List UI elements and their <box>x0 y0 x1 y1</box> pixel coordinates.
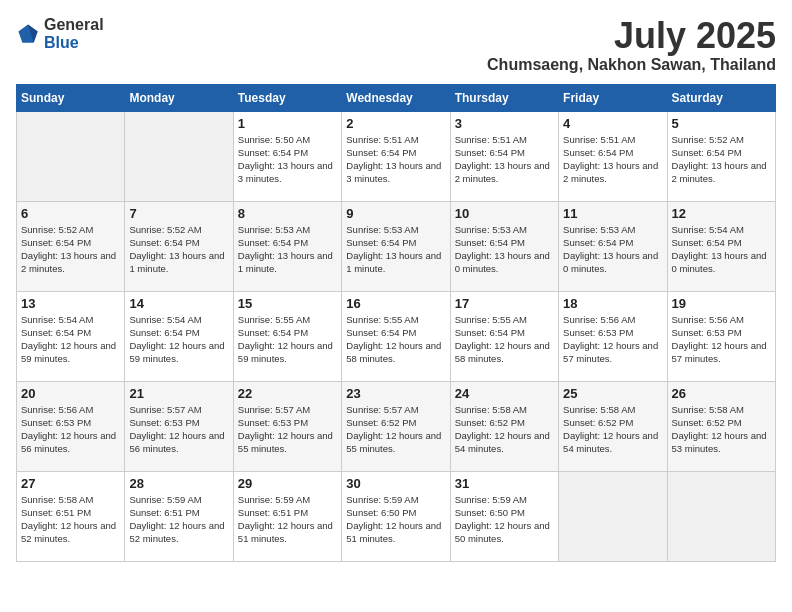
calendar-day-cell: 10Sunrise: 5:53 AM Sunset: 6:54 PM Dayli… <box>450 201 558 291</box>
day-info: Sunrise: 5:52 AM Sunset: 6:54 PM Dayligh… <box>129 223 228 276</box>
calendar-day-cell: 21Sunrise: 5:57 AM Sunset: 6:53 PM Dayli… <box>125 381 233 471</box>
month-title: July 2025 <box>487 16 776 56</box>
day-info: Sunrise: 5:57 AM Sunset: 6:53 PM Dayligh… <box>129 403 228 456</box>
calendar-day-cell: 18Sunrise: 5:56 AM Sunset: 6:53 PM Dayli… <box>559 291 667 381</box>
weekday-header-cell: Sunday <box>17 84 125 111</box>
day-number: 30 <box>346 476 445 491</box>
day-number: 19 <box>672 296 771 311</box>
logo-text-general: General <box>44 16 104 33</box>
day-info: Sunrise: 5:51 AM Sunset: 6:54 PM Dayligh… <box>346 133 445 186</box>
calendar-day-cell: 9Sunrise: 5:53 AM Sunset: 6:54 PM Daylig… <box>342 201 450 291</box>
calendar-day-cell <box>17 111 125 201</box>
day-info: Sunrise: 5:54 AM Sunset: 6:54 PM Dayligh… <box>21 313 120 366</box>
day-info: Sunrise: 5:53 AM Sunset: 6:54 PM Dayligh… <box>455 223 554 276</box>
calendar-day-cell: 20Sunrise: 5:56 AM Sunset: 6:53 PM Dayli… <box>17 381 125 471</box>
day-info: Sunrise: 5:52 AM Sunset: 6:54 PM Dayligh… <box>21 223 120 276</box>
day-number: 23 <box>346 386 445 401</box>
calendar-day-cell: 28Sunrise: 5:59 AM Sunset: 6:51 PM Dayli… <box>125 471 233 561</box>
day-number: 25 <box>563 386 662 401</box>
day-number: 28 <box>129 476 228 491</box>
day-number: 31 <box>455 476 554 491</box>
day-info: Sunrise: 5:55 AM Sunset: 6:54 PM Dayligh… <box>455 313 554 366</box>
day-info: Sunrise: 5:52 AM Sunset: 6:54 PM Dayligh… <box>672 133 771 186</box>
calendar-day-cell: 19Sunrise: 5:56 AM Sunset: 6:53 PM Dayli… <box>667 291 775 381</box>
day-number: 13 <box>21 296 120 311</box>
day-info: Sunrise: 5:58 AM Sunset: 6:52 PM Dayligh… <box>563 403 662 456</box>
day-number: 21 <box>129 386 228 401</box>
day-info: Sunrise: 5:51 AM Sunset: 6:54 PM Dayligh… <box>455 133 554 186</box>
day-number: 22 <box>238 386 337 401</box>
calendar-day-cell <box>667 471 775 561</box>
logo-text-blue: Blue <box>44 34 79 51</box>
calendar-day-cell <box>125 111 233 201</box>
day-number: 20 <box>21 386 120 401</box>
day-number: 29 <box>238 476 337 491</box>
day-info: Sunrise: 5:58 AM Sunset: 6:52 PM Dayligh… <box>455 403 554 456</box>
day-info: Sunrise: 5:57 AM Sunset: 6:53 PM Dayligh… <box>238 403 337 456</box>
day-number: 4 <box>563 116 662 131</box>
calendar-day-cell: 8Sunrise: 5:53 AM Sunset: 6:54 PM Daylig… <box>233 201 341 291</box>
weekday-header-cell: Tuesday <box>233 84 341 111</box>
day-info: Sunrise: 5:59 AM Sunset: 6:50 PM Dayligh… <box>455 493 554 546</box>
calendar-body: 1Sunrise: 5:50 AM Sunset: 6:54 PM Daylig… <box>17 111 776 561</box>
day-number: 18 <box>563 296 662 311</box>
calendar-day-cell: 2Sunrise: 5:51 AM Sunset: 6:54 PM Daylig… <box>342 111 450 201</box>
day-info: Sunrise: 5:58 AM Sunset: 6:52 PM Dayligh… <box>672 403 771 456</box>
day-info: Sunrise: 5:55 AM Sunset: 6:54 PM Dayligh… <box>346 313 445 366</box>
location-title: Chumsaeng, Nakhon Sawan, Thailand <box>487 56 776 74</box>
calendar-week-row: 6Sunrise: 5:52 AM Sunset: 6:54 PM Daylig… <box>17 201 776 291</box>
calendar-week-row: 1Sunrise: 5:50 AM Sunset: 6:54 PM Daylig… <box>17 111 776 201</box>
calendar-day-cell <box>559 471 667 561</box>
calendar-day-cell: 17Sunrise: 5:55 AM Sunset: 6:54 PM Dayli… <box>450 291 558 381</box>
calendar-table: SundayMondayTuesdayWednesdayThursdayFrid… <box>16 84 776 562</box>
calendar-day-cell: 25Sunrise: 5:58 AM Sunset: 6:52 PM Dayli… <box>559 381 667 471</box>
day-info: Sunrise: 5:59 AM Sunset: 6:50 PM Dayligh… <box>346 493 445 546</box>
day-number: 24 <box>455 386 554 401</box>
calendar-day-cell: 11Sunrise: 5:53 AM Sunset: 6:54 PM Dayli… <box>559 201 667 291</box>
weekday-header-cell: Monday <box>125 84 233 111</box>
day-info: Sunrise: 5:54 AM Sunset: 6:54 PM Dayligh… <box>672 223 771 276</box>
calendar-day-cell: 13Sunrise: 5:54 AM Sunset: 6:54 PM Dayli… <box>17 291 125 381</box>
day-number: 12 <box>672 206 771 221</box>
weekday-header-row: SundayMondayTuesdayWednesdayThursdayFrid… <box>17 84 776 111</box>
calendar-day-cell: 1Sunrise: 5:50 AM Sunset: 6:54 PM Daylig… <box>233 111 341 201</box>
weekday-header-cell: Wednesday <box>342 84 450 111</box>
calendar-day-cell: 29Sunrise: 5:59 AM Sunset: 6:51 PM Dayli… <box>233 471 341 561</box>
day-number: 27 <box>21 476 120 491</box>
day-info: Sunrise: 5:55 AM Sunset: 6:54 PM Dayligh… <box>238 313 337 366</box>
day-number: 9 <box>346 206 445 221</box>
day-number: 26 <box>672 386 771 401</box>
calendar-day-cell: 6Sunrise: 5:52 AM Sunset: 6:54 PM Daylig… <box>17 201 125 291</box>
calendar-day-cell: 30Sunrise: 5:59 AM Sunset: 6:50 PM Dayli… <box>342 471 450 561</box>
logo: General Blue <box>16 16 104 52</box>
day-number: 17 <box>455 296 554 311</box>
day-info: Sunrise: 5:50 AM Sunset: 6:54 PM Dayligh… <box>238 133 337 186</box>
calendar-week-row: 20Sunrise: 5:56 AM Sunset: 6:53 PM Dayli… <box>17 381 776 471</box>
day-number: 14 <box>129 296 228 311</box>
day-number: 5 <box>672 116 771 131</box>
day-info: Sunrise: 5:51 AM Sunset: 6:54 PM Dayligh… <box>563 133 662 186</box>
calendar-day-cell: 27Sunrise: 5:58 AM Sunset: 6:51 PM Dayli… <box>17 471 125 561</box>
day-number: 8 <box>238 206 337 221</box>
day-info: Sunrise: 5:56 AM Sunset: 6:53 PM Dayligh… <box>21 403 120 456</box>
day-info: Sunrise: 5:57 AM Sunset: 6:52 PM Dayligh… <box>346 403 445 456</box>
day-info: Sunrise: 5:53 AM Sunset: 6:54 PM Dayligh… <box>346 223 445 276</box>
day-info: Sunrise: 5:59 AM Sunset: 6:51 PM Dayligh… <box>238 493 337 546</box>
calendar-day-cell: 26Sunrise: 5:58 AM Sunset: 6:52 PM Dayli… <box>667 381 775 471</box>
page-header: General Blue July 2025 Chumsaeng, Nakhon… <box>16 16 776 74</box>
calendar-day-cell: 31Sunrise: 5:59 AM Sunset: 6:50 PM Dayli… <box>450 471 558 561</box>
day-info: Sunrise: 5:53 AM Sunset: 6:54 PM Dayligh… <box>238 223 337 276</box>
calendar-day-cell: 24Sunrise: 5:58 AM Sunset: 6:52 PM Dayli… <box>450 381 558 471</box>
day-number: 10 <box>455 206 554 221</box>
calendar-day-cell: 5Sunrise: 5:52 AM Sunset: 6:54 PM Daylig… <box>667 111 775 201</box>
day-info: Sunrise: 5:56 AM Sunset: 6:53 PM Dayligh… <box>563 313 662 366</box>
weekday-header-cell: Thursday <box>450 84 558 111</box>
calendar-week-row: 27Sunrise: 5:58 AM Sunset: 6:51 PM Dayli… <box>17 471 776 561</box>
day-number: 11 <box>563 206 662 221</box>
logo-icon <box>16 22 40 46</box>
calendar-day-cell: 7Sunrise: 5:52 AM Sunset: 6:54 PM Daylig… <box>125 201 233 291</box>
day-info: Sunrise: 5:56 AM Sunset: 6:53 PM Dayligh… <box>672 313 771 366</box>
day-number: 16 <box>346 296 445 311</box>
calendar-day-cell: 15Sunrise: 5:55 AM Sunset: 6:54 PM Dayli… <box>233 291 341 381</box>
day-info: Sunrise: 5:53 AM Sunset: 6:54 PM Dayligh… <box>563 223 662 276</box>
